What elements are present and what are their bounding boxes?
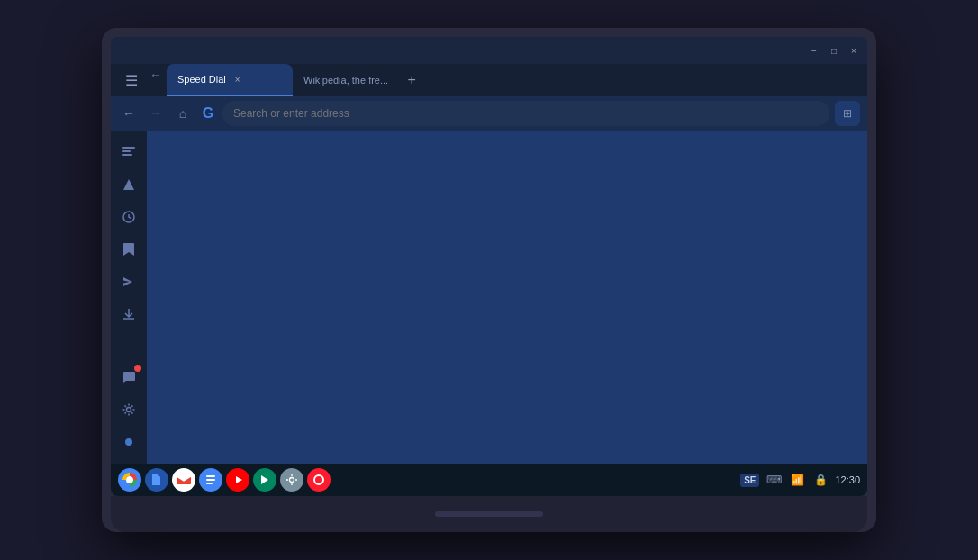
taskbar-play[interactable] [253,468,276,492]
svg-point-12 [290,478,294,483]
sidebar-item-messages[interactable] [114,363,143,392]
maximize-button[interactable]: □ [828,44,840,57]
taskbar-docs[interactable] [199,468,222,492]
taskbar: SE ⌨ 📶 🔒 12:30 [111,464,867,496]
tab-active-label: Speed Dial [177,74,226,85]
svg-rect-0 [122,147,135,149]
svg-marker-11 [261,475,268,484]
extensions-button[interactable]: ⊞ [835,101,860,126]
sidebar-item-bookmarks[interactable] [114,235,143,264]
language-badge[interactable]: SE [740,474,759,487]
svg-point-5 [127,408,131,412]
svg-point-6 [126,476,133,483]
sidebar-item-dot[interactable] [114,428,143,456]
taskbar-gmail[interactable] [172,468,195,492]
back-button[interactable]: ← [118,103,140,124]
minimize-button[interactable]: − [808,44,820,57]
tab-back-icon[interactable]: ← [145,64,167,86]
sidebar [111,131,147,464]
security-icon[interactable]: 🔒 [811,471,829,489]
tab-close-icon[interactable]: × [235,75,240,85]
sidebar-item-settings[interactable] [114,395,143,424]
svg-rect-9 [206,483,213,484]
main-content: W Wikipedia B. Booking.co f Fa [111,131,867,464]
taskbar-right: SE ⌨ 📶 🔒 12:30 [740,471,860,489]
sidebar-item-downloads[interactable] [114,300,143,329]
tab-wikipedia[interactable]: Wikipedia, the fre... [293,64,399,96]
sidebar-item-news[interactable] [114,138,143,167]
tab-speed-dial[interactable]: Speed Dial × [167,64,293,96]
svg-rect-2 [122,154,132,156]
sidebar-item-social[interactable] [114,170,143,199]
laptop-screen: − □ × ☰ ← Speed Dial × Wikipedia, the fr… [111,37,867,496]
laptop-base [111,496,867,532]
tab-bar: ☰ ← Speed Dial × Wikipedia, the fre... + [111,64,867,96]
content-area: W Wikipedia B. Booking.co f Fa [147,131,867,464]
address-input[interactable] [233,107,819,120]
close-button[interactable]: × [847,44,860,57]
time-display: 12:30 [835,474,860,485]
laptop-container: − □ × ☰ ← Speed Dial × Wikipedia, the fr… [102,28,876,532]
svg-rect-7 [206,475,215,477]
taskbar-youtube[interactable] [226,468,249,492]
add-tab-button[interactable]: + [399,64,424,96]
title-bar: − □ × [111,37,867,64]
svg-rect-1 [122,150,131,152]
taskbar-files[interactable] [145,468,168,492]
home-button[interactable]: ⌂ [172,103,194,124]
svg-rect-8 [206,479,215,481]
svg-point-13 [314,475,323,484]
network-icon[interactable]: 📶 [788,471,806,489]
svg-marker-10 [236,476,242,483]
browser-chrome: ← → ⌂ G ⊞ [111,96,867,131]
svg-marker-3 [123,179,134,190]
taskbar-chrome[interactable] [118,468,141,492]
sidebar-item-flights[interactable] [114,267,143,296]
menu-icon[interactable]: ☰ [118,64,145,96]
messages-badge [134,365,141,372]
laptop-notch [435,511,543,517]
address-bar[interactable] [222,101,829,126]
taskbar-settings[interactable] [280,468,303,492]
google-logo: G [199,104,217,122]
forward-button[interactable]: → [145,103,167,124]
tab-inactive-label: Wikipedia, the fre... [303,75,388,86]
taskbar-opera[interactable] [307,468,331,492]
keyboard-icon[interactable]: ⌨ [765,471,783,489]
sidebar-item-history[interactable] [114,203,143,231]
